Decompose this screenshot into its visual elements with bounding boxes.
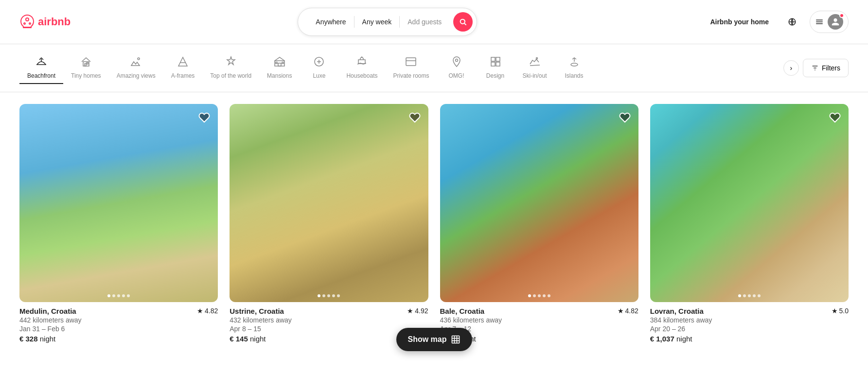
show-map-label: Show map (407, 335, 446, 344)
category-design[interactable]: Design (476, 52, 515, 84)
airbnb-logo[interactable]: airbnb (19, 14, 71, 30)
svg-point-25 (571, 63, 578, 66)
listing-rating-medulin: ★ 4.82 (197, 307, 218, 315)
listing-image-lovran (650, 104, 849, 302)
svg-rect-14 (276, 62, 277, 64)
dot (112, 294, 115, 297)
luxe-label: Luxe (313, 72, 325, 79)
dot (332, 294, 335, 297)
header-right: Airbnb your home (704, 11, 849, 33)
globe-icon (788, 17, 797, 26)
dot (528, 294, 531, 297)
star-icon: ★ (618, 307, 624, 315)
category-houseboats[interactable]: Houseboats (338, 52, 385, 84)
amazing-views-icon (130, 56, 142, 69)
category-mansions[interactable]: Mansions (259, 52, 300, 84)
category-islands[interactable]: Islands (555, 52, 594, 84)
heart-icon-ustrine (409, 112, 421, 123)
dot (743, 294, 746, 297)
listing-price-medulin: € 328 night (19, 335, 218, 343)
image-dots-bale (528, 294, 550, 297)
category-amazing-views[interactable]: Amazing views (109, 52, 163, 84)
private-rooms-icon (405, 56, 417, 69)
category-beachfront[interactable]: Beachfront (19, 52, 63, 84)
search-button[interactable] (453, 12, 473, 32)
dot (738, 294, 741, 297)
listing-location-medulin: Medulin, Croatia (19, 307, 76, 315)
location-search[interactable]: Anywhere (308, 18, 354, 26)
wishlist-button-ustrine[interactable] (407, 110, 423, 125)
omg-icon (451, 56, 462, 69)
dot (548, 294, 550, 297)
wishlist-button-bale[interactable] (617, 110, 633, 125)
listing-dates-medulin: Jan 31 – Feb 6 (19, 325, 218, 333)
listing-card-ustrine[interactable]: Ustrine, Croatia ★ 4.92 432 kilometers a… (230, 104, 428, 343)
filters-icon (811, 64, 819, 72)
category-omg[interactable]: OMG! (437, 52, 476, 84)
design-icon (490, 56, 501, 69)
user-icon (831, 17, 840, 26)
dot (117, 294, 120, 297)
listing-price-lovran: € 1,037 night (650, 335, 849, 343)
luxe-icon (313, 56, 325, 69)
map-icon (451, 335, 461, 344)
listing-location-bale: Bale, Croatia (440, 307, 485, 315)
svg-rect-15 (282, 62, 283, 64)
svg-rect-20 (491, 57, 495, 61)
wishlist-button-medulin[interactable] (196, 110, 212, 125)
dot (543, 294, 546, 297)
listing-distance-lovran: 384 kilometers away (650, 316, 849, 324)
category-tiny-homes[interactable]: Tiny homes (63, 52, 109, 84)
dot (127, 294, 130, 297)
svg-point-10 (138, 58, 140, 60)
show-map-button[interactable]: Show map (396, 328, 472, 351)
listing-card-medulin[interactable]: Medulin, Croatia ★ 4.82 442 kilometers a… (19, 104, 218, 343)
airbnb-logo-icon (19, 14, 35, 30)
airbnb-home-button[interactable]: Airbnb your home (704, 13, 775, 31)
dot (327, 294, 330, 297)
listing-rating-lovran: ★ 5.0 (832, 307, 849, 315)
wishlist-button-lovran[interactable] (827, 110, 843, 125)
listing-rating-ustrine: ★ 4.92 (407, 307, 428, 315)
star-icon: ★ (407, 307, 413, 315)
category-a-frames[interactable]: A-frames (163, 52, 203, 84)
week-search[interactable]: Any week (354, 18, 400, 26)
category-top-of-world[interactable]: Top of the world (202, 52, 259, 84)
listing-card-bale[interactable]: Bale, Croatia ★ 4.82 436 kilometers away… (440, 104, 638, 343)
svg-rect-8 (85, 64, 86, 66)
listing-header-ustrine: Ustrine, Croatia ★ 4.92 (230, 307, 428, 315)
beachfront-icon (35, 56, 47, 69)
category-ski-in-out[interactable]: Ski-in/out (515, 52, 555, 84)
top-of-world-label: Top of the world (210, 72, 251, 79)
category-luxe[interactable]: Luxe (300, 52, 338, 84)
listing-card-lovran[interactable]: Lovran, Croatia ★ 5.0 384 kilometers awa… (650, 104, 849, 343)
avatar (828, 14, 843, 30)
category-private-rooms[interactable]: Private rooms (385, 52, 437, 84)
globe-button[interactable] (782, 12, 802, 32)
beachfront-svg (35, 56, 47, 68)
listing-header-bale: Bale, Croatia ★ 4.82 (440, 307, 638, 315)
listing-distance-ustrine: 432 kilometers away (230, 316, 428, 324)
amazing-views-label: Amazing views (117, 72, 156, 79)
dot (322, 294, 325, 297)
filters-button[interactable]: Filters (803, 59, 849, 77)
header: airbnb Anywhere Any week Add guests Airb… (0, 0, 868, 44)
listing-rating-bale: ★ 4.82 (618, 307, 638, 315)
islands-icon (568, 56, 580, 69)
top-of-world-icon (225, 56, 237, 69)
chevron-right-button[interactable]: › (783, 60, 799, 76)
svg-rect-22 (491, 62, 495, 66)
guests-search[interactable]: Add guests (400, 18, 449, 26)
beachfront-label: Beachfront (27, 72, 55, 79)
heart-icon-medulin (198, 112, 210, 123)
listing-dates-lovran: Apr 20 – 26 (650, 325, 849, 333)
user-menu-button[interactable] (810, 11, 849, 33)
houseboats-icon (356, 56, 368, 69)
islands-label: Islands (565, 72, 584, 79)
dot (122, 294, 125, 297)
hamburger-icon (815, 17, 824, 26)
listing-distance-bale: 436 kilometers away (440, 316, 638, 324)
omg-label: OMG! (449, 72, 464, 79)
dot (533, 294, 536, 297)
star-icon: ★ (832, 307, 838, 315)
